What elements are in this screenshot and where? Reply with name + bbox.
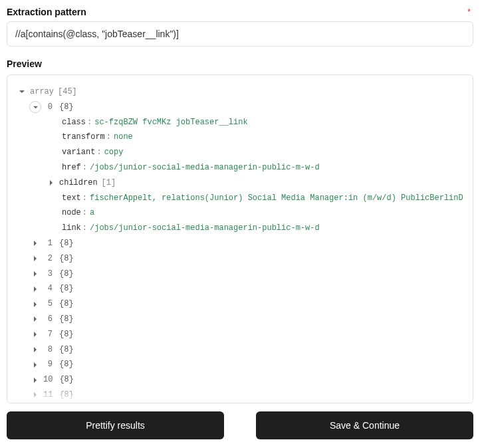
tree-item-row[interactable]: 9{8} [17, 357, 463, 372]
tree-prop-href: href : /jobs/junior-social-media-manager… [17, 160, 463, 175]
tree-item-row[interactable]: 3{8} [17, 267, 463, 282]
colon: : [82, 205, 87, 221]
prop-key: children [59, 175, 98, 191]
tree-item-index: 1 [43, 236, 53, 251]
tree-root-count: [45] [58, 84, 77, 100]
chevron-down-icon[interactable] [29, 101, 41, 113]
chevron-right-icon[interactable] [30, 284, 41, 294]
preview-panel: array [45] 0 {8} class : sc-fzqBZW fvcMK… [7, 74, 473, 403]
chevron-right-icon[interactable] [30, 390, 41, 400]
chevron-right-icon[interactable] [30, 344, 41, 355]
tree-item-brace: {8} [59, 251, 74, 267]
prop-value: sc-fzqBZW fvcMKz jobTeaser__link [94, 115, 247, 130]
colon: : [87, 115, 92, 130]
prop-key: link [62, 221, 81, 236]
tree-item-index: 6 [43, 312, 53, 327]
chevron-right-icon[interactable] [30, 329, 41, 340]
tree-prop-link: link : /jobs/junior-social-media-manager… [17, 221, 463, 236]
colon: : [82, 160, 87, 175]
tree-item-row[interactable]: 7{8} [17, 327, 463, 342]
tree-item-brace: {8} [59, 388, 74, 403]
tree-item-index: 9 [43, 357, 53, 372]
tree-item-brace: {8} [59, 372, 74, 388]
tree-item-row[interactable]: 11{8} [17, 388, 463, 403]
tree-item-brace: {8} [59, 312, 74, 327]
tree-item-row[interactable]: 4{8} [17, 281, 463, 296]
tree-prop-text: text : fischerAppelt, relations(Junior) … [17, 191, 463, 206]
tree-item-brace: {8} [59, 236, 74, 251]
tree-prop-variant: variant : copy [17, 145, 463, 160]
tree-item-row[interactable]: 8{8} [17, 342, 463, 358]
tree-item-index: 4 [43, 281, 53, 296]
prop-value: none [114, 130, 133, 145]
prop-key: class [62, 115, 86, 130]
tree-item-row[interactable]: 6{8} [17, 312, 463, 327]
prop-value: /jobs/junior-social-media-managerin-publ… [90, 221, 320, 236]
colon: : [82, 191, 87, 206]
chevron-right-icon[interactable] [30, 238, 41, 249]
chevron-right-icon[interactable] [30, 375, 41, 386]
tree-item-index: 0 [43, 100, 53, 115]
tree-item-index: 8 [43, 342, 53, 358]
tree-item-brace: {8} [59, 357, 74, 372]
tree-item-brace: {8} [59, 281, 74, 296]
tree-item-0-row[interactable]: 0 {8} [17, 100, 463, 115]
tree-item-index: 2 [43, 251, 53, 267]
tree-item-row[interactable]: 1{8} [17, 236, 463, 251]
prop-key: text [62, 191, 81, 206]
tree-prop-children[interactable]: children [1] [17, 175, 463, 191]
prop-key: transform [62, 130, 105, 145]
chevron-right-icon[interactable] [30, 299, 41, 310]
prop-key: href [62, 160, 81, 175]
tree-item-row[interactable]: 10{8} [17, 372, 463, 388]
chevron-right-icon[interactable] [30, 269, 41, 279]
extraction-pattern-label: Extraction pattern [7, 7, 86, 17]
prop-key: variant [62, 145, 95, 160]
tree-item-brace: {8} [59, 327, 74, 342]
prop-key: node [62, 205, 81, 221]
extraction-pattern-input[interactable] [7, 21, 473, 47]
colon: : [106, 130, 111, 145]
tree-prop-node: node : a [17, 205, 463, 221]
prop-value: fischerAppelt, relations(Junior) Social … [90, 191, 463, 206]
prop-count: [1] [102, 175, 116, 191]
chevron-right-icon[interactable] [30, 253, 41, 264]
prettify-results-button[interactable]: Prettify results [7, 411, 224, 439]
tree-item-row[interactable]: 5{8} [17, 296, 463, 312]
save-continue-button[interactable]: Save & Continue [256, 411, 473, 439]
chevron-right-icon[interactable] [46, 177, 57, 188]
tree-item-index: 7 [43, 327, 53, 342]
tree-item-brace: {8} [59, 100, 74, 115]
tree-item-brace: {8} [59, 267, 74, 282]
tree-item-row[interactable]: 2{8} [17, 251, 463, 267]
tree-item-index: 3 [43, 267, 53, 282]
colon: : [96, 145, 101, 160]
tree-item-brace: {8} [59, 342, 74, 358]
tree-item-brace: {8} [59, 296, 74, 312]
tree-item-index: 10 [43, 372, 53, 388]
tree-item-index: 5 [43, 296, 53, 312]
required-indicator: * [467, 7, 473, 17]
prop-value: /jobs/junior-social-media-managerin-publ… [90, 160, 320, 175]
preview-label: Preview [7, 58, 473, 69]
tree-root-row[interactable]: array [45] [17, 84, 463, 100]
colon: : [82, 221, 87, 236]
chevron-down-icon[interactable] [17, 86, 27, 97]
prop-value: copy [104, 145, 124, 160]
tree-prop-transform: transform : none [17, 130, 463, 145]
tree-item-index: 11 [43, 388, 53, 403]
tree-root-type: array [30, 84, 54, 100]
prop-value: a [90, 205, 94, 221]
tree-prop-class: class : sc-fzqBZW fvcMKz jobTeaser__link [17, 115, 463, 130]
chevron-right-icon[interactable] [30, 360, 41, 370]
chevron-right-icon[interactable] [30, 314, 41, 324]
